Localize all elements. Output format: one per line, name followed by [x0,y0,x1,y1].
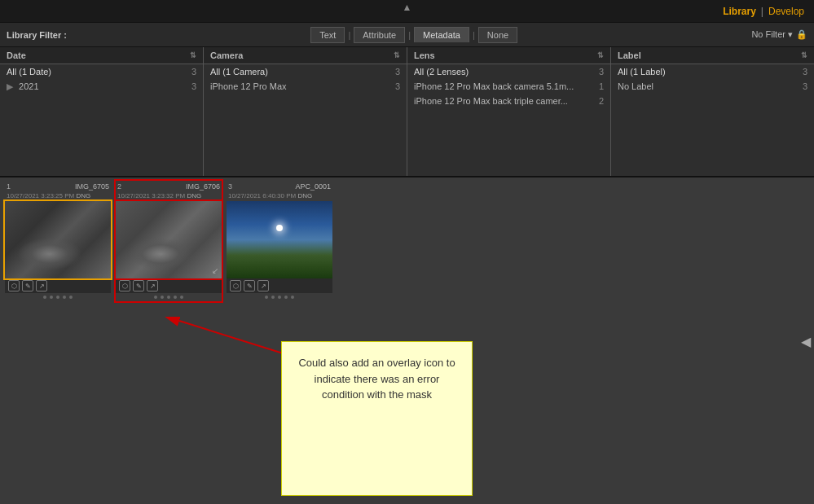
library-filter-bar: Library Filter : Text | Attribute | Meta… [0,23,814,47]
film-item-3-footer: ⬡ ✎ ↗ [227,278,332,293]
filmstrip-scroll[interactable]: 1 IMG_6705 10/27/2021 3:23:25 PM DNG ⬡ ✎… [0,177,814,504]
film-icon-export-3[interactable]: ↗ [257,280,269,291]
no-filter-label[interactable]: No Filter ▾ [751,29,793,40]
film-item-2-footer: ⬡ ✎ ↗ [116,278,222,293]
dot [43,296,46,299]
dot [50,296,53,299]
lock-icon[interactable]: 🔒 [796,29,807,40]
date-col-label: Date [7,50,26,60]
camera-sort-icon[interactable]: ⇅ [394,51,400,59]
dot [271,296,275,299]
tab-attribute[interactable]: Attribute [354,27,405,43]
top-chevron: ▲ [403,0,412,15]
film-icon-edit-1[interactable]: ✎ [22,280,33,291]
camera-iphone-count: 3 [395,81,400,91]
scroll-right-arrow[interactable]: ◀ [801,333,811,348]
metadata-label-all[interactable]: All (1 Label) 3 [611,64,814,79]
metadata-date-all[interactable]: All (1 Date) 3 [0,64,203,79]
metadata-col-label: Label ⇅ All (1 Label) 3 No Label 3 [611,47,814,176]
film-item-3-badge: DNG [297,192,312,199]
metadata-lens-all[interactable]: All (2 Lenses) 3 [407,64,610,79]
film-item-2-badge: DNG [187,192,201,199]
metadata-col-date-header: Date ⇅ [0,47,203,64]
filmstrip-area: 1 IMG_6705 10/27/2021 3:23:25 PM DNG ⬡ ✎… [0,177,814,504]
film-dots-3 [227,293,332,301]
film-icon-edit-2[interactable]: ✎ [133,280,144,291]
metadata-camera-all[interactable]: All (1 Camera) 3 [204,64,407,79]
film-item-3-subheader: 10/27/2021 6:40:30 PM DNG [227,192,332,201]
develop-nav-item[interactable]: Develop [768,6,804,17]
film-item-3-header: 3 APC_0001 [227,181,332,192]
film-item-1-badge: DNG [76,192,90,199]
film-item-2-subheader: 10/27/2021 3:23:32 PM DNG [116,192,222,201]
lens-sort-icon[interactable]: ⇅ [597,51,604,59]
metadata-no-label[interactable]: No Label 3 [611,79,814,94]
metadata-col-label-header: Label ⇅ [611,47,814,64]
film-icon-export-1[interactable]: ↗ [36,280,47,291]
lens-2-label: iPhone 12 Pro Max back triple camer... [414,96,568,106]
cat-image-2 [116,201,222,278]
metadata-camera-iphone[interactable]: iPhone 12 Pro Max 3 [204,79,407,94]
lens-all-count: 3 [599,67,604,77]
film-item-1-date: 10/27/2021 3:23:25 PM [7,192,74,199]
lens-2-count: 2 [599,96,604,106]
film-item-2-date: 10/27/2021 3:23:32 PM [117,192,185,199]
film-icon-mask-3[interactable]: ⬡ [230,280,241,291]
metadata-col-lens-header: Lens ⇅ [407,47,610,64]
film-item-1-footer: ⬡ ✎ ↗ [5,278,111,293]
lens-all-label: All (2 Lenses) [414,67,469,77]
film-item-2-header: 2 IMG_6706 [116,181,222,192]
film-item-3-num: 3 [228,182,232,191]
dot [63,296,66,299]
label-sort-icon[interactable]: ⇅ [801,51,807,59]
dot [56,296,59,299]
camera-all-count: 3 [395,67,400,77]
metadata-col-date: Date ⇅ All (1 Date) 3 ▶ 2021 3 [0,47,204,176]
film-dots-1 [5,293,111,301]
no-filter-area: No Filter ▾ 🔒 [751,29,807,40]
dot [265,296,268,299]
tab-metadata[interactable]: Metadata [414,27,469,42]
lens-1-label: iPhone 12 Pro Max back camera 5.1m... [414,81,574,91]
metadata-col-camera: Camera ⇅ All (1 Camera) 3 iPhone 12 Pro … [204,47,407,176]
film-item-1-subheader: 10/27/2021 3:23:25 PM DNG [5,192,111,201]
film-item-3-name: APC_0001 [295,182,331,191]
dot [284,296,288,299]
film-item-3-date: 10/27/2021 6:40:30 PM [228,192,296,199]
dot [174,296,177,299]
camera-all-label: All (1 Camera) [210,67,268,77]
film-item-1[interactable]: 1 IMG_6705 10/27/2021 3:23:25 PM DNG ⬡ ✎… [5,181,111,301]
film-thumb-3[interactable] [227,201,332,278]
dot [161,296,164,299]
film-item-2[interactable]: 2 IMG_6706 10/27/2021 3:23:32 PM DNG ↙ ⬡… [116,181,222,301]
film-item-3[interactable]: 3 APC_0001 10/27/2021 6:40:30 PM DNG ⬡ ✎… [227,181,332,301]
label-all-count: 3 [803,67,807,77]
film-icon-mask-2[interactable]: ⬡ [119,280,130,291]
library-nav-item[interactable]: Library [723,6,756,17]
camera-iphone-label: iPhone 12 Pro Max [210,81,287,91]
date-sort-icon[interactable]: ⇅ [190,51,196,59]
tab-none[interactable]: None [478,27,517,43]
metadata-col-lens: Lens ⇅ All (2 Lenses) 3 iPhone 12 Pro Ma… [407,47,611,176]
metadata-date-2021[interactable]: ▶ 2021 3 [0,79,203,94]
camera-col-label: Camera [210,50,243,60]
date-all-count: 3 [191,67,196,77]
date-2021-label: ▶ 2021 [7,81,39,92]
metadata-lens-1[interactable]: iPhone 12 Pro Max back camera 5.1m... 1 [407,79,610,94]
dot [291,296,294,299]
tab-text[interactable]: Text [310,27,345,43]
film-thumb-1[interactable] [5,201,111,278]
film-icon-edit-3[interactable]: ✎ [244,280,255,291]
film-thumb-2[interactable]: ↙ [116,201,222,278]
metadata-lens-2[interactable]: iPhone 12 Pro Max back triple camer... 2 [407,94,610,108]
date-all-label: All (1 Date) [7,67,51,77]
film-dots-2 [116,293,222,301]
film-icon-export-2[interactable]: ↗ [147,280,158,291]
film-item-1-num: 1 [7,182,11,191]
film-icon-mask-1[interactable]: ⬡ [8,280,20,291]
date-2021-count: 3 [191,81,196,92]
label-all-label: All (1 Label) [618,67,666,77]
film-item-1-header: 1 IMG_6705 [5,181,111,192]
film-item-2-num: 2 [117,182,121,191]
film-item-1-name: IMG_6705 [75,182,109,191]
